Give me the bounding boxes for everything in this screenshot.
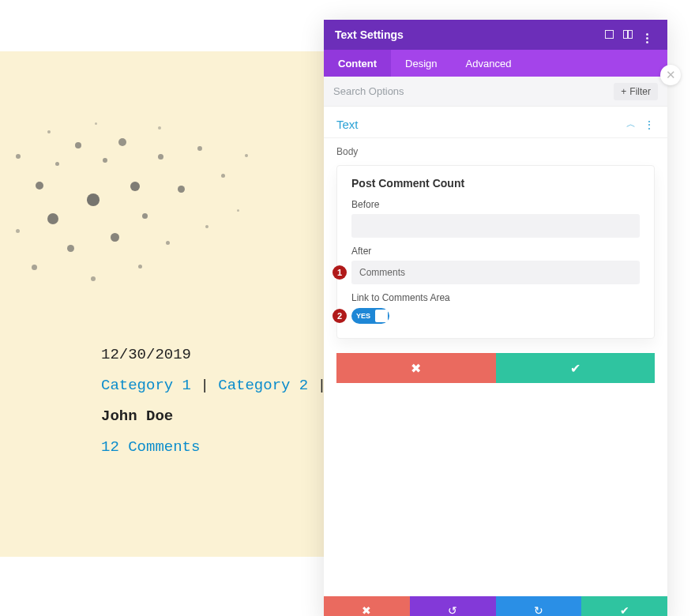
redo-icon: ↻ — [534, 604, 543, 616]
check-icon: ✔ — [620, 604, 629, 616]
footer-redo-button[interactable]: ↻ — [496, 596, 582, 616]
panel-footer: ✖ ↺ ↻ ✔ — [324, 596, 667, 616]
splatter-decoration — [0, 107, 284, 336]
section-more-icon[interactable]: ⋮ — [639, 118, 655, 131]
category-sep: | — [200, 377, 218, 394]
plus-icon: + — [621, 86, 626, 97]
post-comment-count-card: Post Comment Count Before After 1 Link t… — [336, 165, 655, 339]
panel-tabs: Content Design Advanced — [324, 50, 667, 77]
panel-spacer — [324, 383, 667, 596]
before-label: Before — [351, 199, 640, 210]
after-label: After — [351, 246, 640, 257]
close-icon: ✖ — [411, 361, 421, 376]
text-settings-panel: Text Settings Content Design Advanced Se… — [324, 20, 667, 616]
more-icon[interactable] — [637, 26, 656, 43]
layout-toggle-icon[interactable] — [618, 29, 637, 41]
tab-advanced[interactable]: Advanced — [452, 50, 526, 77]
card-title: Post Comment Count — [351, 177, 640, 190]
link-comments-toggle[interactable]: YES — [351, 308, 389, 324]
category-link[interactable]: Category 2 — [218, 377, 308, 394]
filter-button[interactable]: + Filter — [614, 83, 658, 100]
panel-titlebar: Text Settings — [324, 20, 667, 50]
check-icon: ✔ — [570, 361, 580, 376]
search-input[interactable]: Search Options — [333, 85, 614, 97]
before-input[interactable] — [351, 214, 640, 238]
close-panel-button[interactable]: ✕ — [660, 65, 681, 85]
tab-content[interactable]: Content — [324, 50, 391, 77]
tab-design[interactable]: Design — [391, 50, 451, 77]
close-icon: ✖ — [362, 604, 371, 616]
after-input[interactable] — [351, 261, 640, 284]
body-label: Body — [324, 138, 667, 160]
section-header[interactable]: Text ︿ ⋮ — [324, 107, 667, 138]
annotation-badge-1: 1 — [332, 265, 347, 280]
toggle-yes-label: YES — [356, 312, 370, 320]
category-link[interactable]: Category 1 — [101, 377, 191, 394]
search-bar: Search Options + Filter — [324, 77, 667, 107]
panel-title: Text Settings — [335, 28, 599, 41]
section-title: Text — [336, 118, 623, 131]
confirm-button[interactable]: ✔ — [496, 353, 656, 383]
footer-cancel-button[interactable]: ✖ — [324, 596, 410, 616]
footer-save-button[interactable]: ✔ — [581, 596, 667, 616]
filter-label: Filter — [629, 86, 651, 97]
card-action-bar: ✖ ✔ — [336, 353, 655, 383]
footer-undo-button[interactable]: ↺ — [410, 596, 496, 616]
undo-icon: ↺ — [448, 604, 457, 616]
link-to-comments-label: Link to Comments Area — [351, 292, 640, 303]
chevron-up-icon[interactable]: ︿ — [623, 118, 639, 131]
discard-button[interactable]: ✖ — [336, 353, 496, 383]
annotation-badge-2: 2 — [332, 309, 347, 323]
expand-icon[interactable] — [599, 29, 618, 41]
